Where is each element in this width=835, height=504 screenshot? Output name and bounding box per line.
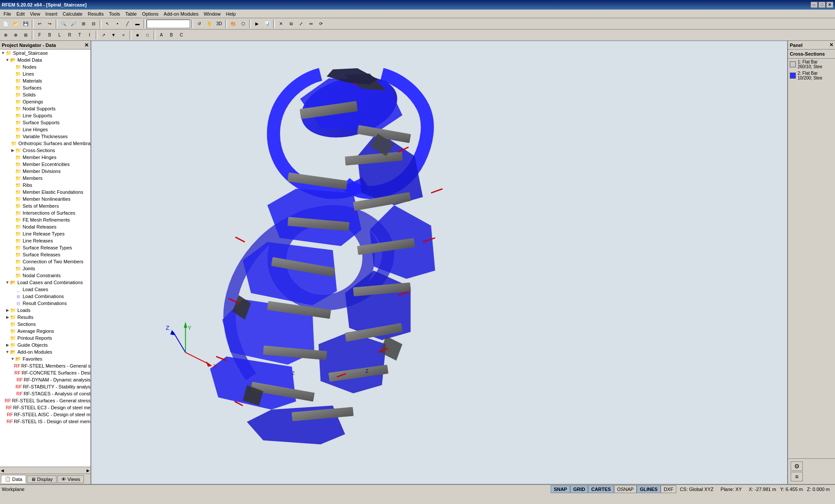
display-locals-button[interactable]: ↗ (99, 30, 108, 40)
panel-settings-button[interactable]: ⚙ (791, 461, 803, 471)
tree-toggle[interactable]: ▼ (5, 280, 10, 285)
tree-item-result-combinations[interactable]: ⊟ Result Combinations (0, 300, 90, 307)
tree-item-member-hinges[interactable]: 📁 Member Hinges (0, 154, 90, 161)
tree-item-line-releases[interactable]: 📁 Line Releases (0, 237, 90, 244)
nav-scroll-right-button[interactable]: ▶ (87, 468, 90, 473)
tree-item-fe-mesh[interactable]: 📁 FE Mesh Refinements (0, 216, 90, 223)
rotate3d-button[interactable]: ⟳ (316, 19, 326, 29)
view-front-button[interactable]: F (35, 30, 44, 40)
tree-item-surface-supports[interactable]: 📁 Surface Supports (0, 119, 90, 126)
tree-item-rf-stability[interactable]: RF RF-STABILITY - Stability analys (0, 383, 90, 390)
section-a-button[interactable]: A (157, 30, 166, 40)
menu-table[interactable]: Table (123, 10, 139, 17)
menu-insert[interactable]: Insert (43, 10, 60, 17)
cross-section-item-1[interactable]: 1: Flat Bar 260/10; Stee (788, 59, 835, 70)
tree-item-member-nonlinearities[interactable]: 📁 Member Nonlinearities (0, 196, 90, 202)
snap-node-button[interactable]: ⊕ (1, 30, 10, 40)
menu-calculate[interactable]: Calculate (60, 10, 85, 17)
menu-file[interactable]: File (1, 10, 14, 17)
line-button[interactable]: ╱ (123, 19, 132, 29)
menu-results[interactable]: Results (85, 10, 107, 17)
tree-item-rf-steel-members[interactable]: RF RF-STEEL Members - General s (0, 362, 90, 369)
save-button[interactable]: 💾 (21, 19, 30, 29)
maximize-button[interactable]: □ (818, 2, 825, 8)
tree-item-printout-reports[interactable]: 📁 Printout Reports (0, 335, 90, 342)
menu-addon-modules[interactable]: Add-on Modules (161, 10, 201, 17)
tree-item-surface-releases[interactable]: 📁 Surface Releases (0, 251, 90, 258)
tree-item-variable-thicknesses[interactable]: 📁 Variable Thicknesses (0, 133, 90, 140)
menu-view[interactable]: View (27, 10, 43, 17)
status-dxf-button[interactable]: DXF (661, 485, 676, 493)
tree-item-openings[interactable]: 📁 Openings (0, 98, 90, 105)
cross-section-item-2[interactable]: 2: Flat Bar 10/200; Stee (788, 70, 835, 81)
copy-button[interactable]: ⧉ (286, 19, 296, 29)
zoom-all-button[interactable]: 🔍 (59, 19, 68, 29)
menu-help[interactable]: Help (224, 10, 239, 17)
render-wire-button[interactable]: □ (143, 30, 152, 40)
display-loads-button[interactable]: ▼ (109, 30, 118, 40)
tree-item-rf-steel-surfaces[interactable]: RF RF-STEEL Surfaces - General stress (0, 397, 90, 404)
snap-intersection-button[interactable]: ⊞ (21, 30, 30, 40)
tree-item-load-cases[interactable]: _ Load Cases (0, 286, 90, 293)
tree-toggle[interactable]: ▼ (10, 357, 15, 361)
viewport[interactable]: Y X Z Z Z (91, 41, 787, 484)
view-back-button[interactable]: B (45, 30, 54, 40)
nav-tree[interactable]: ▼ 📁 Spiral_Staircase ▼ 📂 Model Data 📁 No… (0, 50, 90, 467)
wireframe-button[interactable]: ⬡ (238, 19, 248, 29)
tab-display[interactable]: 🖥 Display (27, 475, 57, 483)
calculate-button[interactable]: ▶ (252, 19, 262, 29)
render-button[interactable]: 🎨 (228, 19, 238, 29)
rotate-button[interactable]: ↺ (194, 19, 204, 29)
tree-item-rf-steel-is[interactable]: RF RF-STEEL IS - Design of steel mem (0, 418, 90, 425)
tab-views[interactable]: 👁 Views (57, 475, 84, 483)
tree-toggle[interactable]: ▼ (1, 51, 5, 55)
tree-item-member-eccentricities[interactable]: 📁 Member Eccentricities (0, 161, 90, 168)
tree-toggle[interactable]: ▶ (5, 308, 10, 312)
tree-item-guide-objects[interactable]: ▶ 📁 Guide Objects (0, 342, 90, 348)
tree-item-rf-steel-ec3[interactable]: RF RF-STEEL EC3 - Design of steel me (0, 404, 90, 411)
tree-item-ribs[interactable]: 📁 Ribs (0, 182, 90, 189)
view-right-button[interactable]: R (65, 30, 74, 40)
tree-item-results[interactable]: ▶ 📁 Results (0, 314, 90, 321)
tree-item-joints[interactable]: 📁 Joints (0, 265, 90, 272)
tree-item-intersections[interactable]: 📁 Intersections of Surfaces (0, 209, 90, 216)
section-c-button[interactable]: C (177, 30, 186, 40)
tab-data[interactable]: 📋 Data (1, 475, 26, 483)
surface-button[interactable]: ▬ (133, 19, 142, 29)
zoom-in-button[interactable]: 🔎 (69, 19, 78, 29)
tree-item-line-hinges[interactable]: 📁 Line Hinges (0, 126, 90, 133)
tree-toggle[interactable]: ▶ (10, 148, 15, 153)
tree-item-member-divisions[interactable]: 📁 Member Divisions (0, 168, 90, 175)
tree-item-line-supports[interactable]: 📁 Line Supports (0, 112, 90, 119)
tree-item-load-cases-combinations[interactable]: ▼ 📂 Load Cases and Combinations (0, 279, 90, 286)
delete-button[interactable]: ✕ (276, 19, 286, 29)
tree-item-surface-release-types[interactable]: 📁 Surface Release Types (0, 244, 90, 251)
tree-item-spiral-staircase[interactable]: ▼ 📁 Spiral_Staircase (0, 50, 90, 56)
panel-list-button[interactable]: ≡ (791, 472, 803, 481)
tree-toggle[interactable]: ▼ (5, 350, 10, 354)
status-glines-button[interactable]: GLINES (637, 485, 661, 493)
open-button[interactable]: 📂 (11, 19, 20, 29)
nav-close-button[interactable]: ✕ (84, 42, 89, 48)
tree-item-solids[interactable]: 📁 Solids (0, 91, 90, 98)
tree-item-model-data[interactable]: ▼ 📂 Model Data (0, 56, 90, 63)
status-osnap-button[interactable]: OSNAP (614, 485, 637, 493)
tree-toggle[interactable]: ▼ (5, 58, 10, 62)
select-button[interactable]: ↖ (103, 19, 112, 29)
minimize-button[interactable]: ─ (811, 2, 818, 8)
move-button[interactable]: ⤢ (296, 19, 306, 29)
status-cartes-button[interactable]: CARTES (588, 485, 614, 493)
mirror-button[interactable]: ⇔ (306, 19, 316, 29)
tree-item-members[interactable]: 📁 Members (0, 175, 90, 182)
menu-tools[interactable]: Tools (106, 10, 123, 17)
display-results-button[interactable]: ≈ (119, 30, 128, 40)
menu-edit[interactable]: Edit (14, 10, 27, 17)
tree-item-loads[interactable]: ▶ 📁 Loads (0, 307, 90, 314)
tree-item-nodal-releases[interactable]: 📁 Nodal Releases (0, 223, 90, 230)
tree-item-nodal-constraints[interactable]: 📁 Nodal Constraints (0, 272, 90, 279)
tree-item-rf-steel-aisc[interactable]: RF RF-STEEL AISC - Design of steel m (0, 411, 90, 418)
tree-item-rf-stages[interactable]: RF RF-STAGES - Analysis of const (0, 390, 90, 397)
node-button[interactable]: • (113, 19, 122, 29)
redo-button[interactable]: ↪ (45, 19, 54, 29)
tree-item-rf-concrete-surfaces[interactable]: RF RF-CONCRETE Surfaces - Desi (0, 369, 90, 376)
